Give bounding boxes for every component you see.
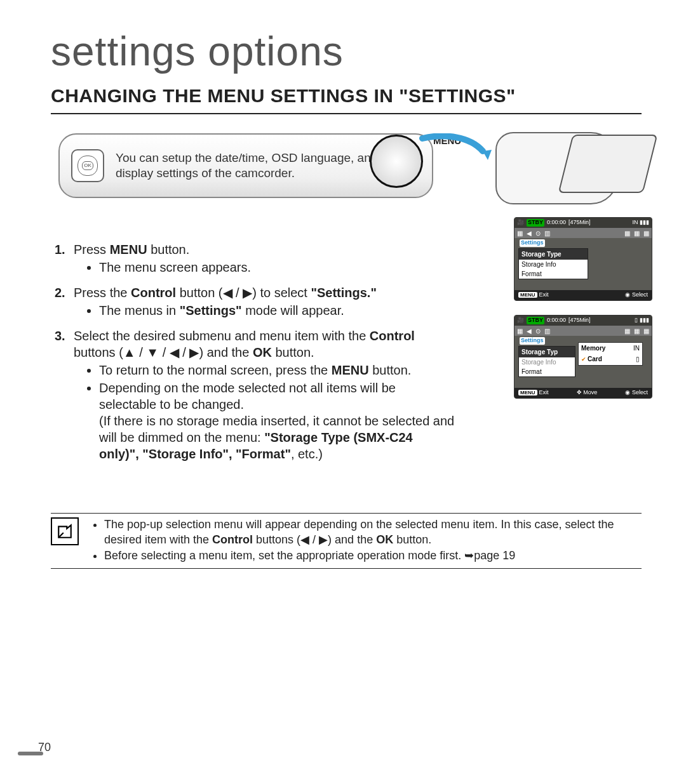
ok-label: OK [82, 161, 93, 170]
stby-badge: STBY [527, 219, 544, 227]
menu-item-format: Format [519, 367, 575, 376]
step-1: 1. Press MENU button. The menu screen ap… [55, 241, 455, 281]
menu-item-storage-info: Storage Info [519, 357, 575, 367]
step-bullet: The menus in "Settings" mode will appear… [99, 302, 455, 319]
page-number: 70 [38, 740, 51, 755]
step-bullet: To return to the normal screen, press th… [99, 362, 455, 378]
stby-badge: STBY [527, 317, 544, 324]
lcd-screenshot-1: 🎥 STBY 0:00:00 [475Min] IN ▮▮▮ ▦◀⊙▥▦▦▦ S… [514, 217, 652, 301]
step-number: 2. [55, 284, 74, 324]
settings-menu: Storage Typ Storage Info Format [518, 346, 575, 377]
remain-time: [475Min] [568, 219, 591, 227]
step-2: 2. Press the Control button (◀ / ▶) to s… [55, 284, 455, 324]
rec-time: 0:00:00 [547, 317, 566, 324]
intro-text: You can setup the date/time, OSD languag… [116, 150, 394, 182]
intro-region: OK You can setup the date/time, OSD lang… [51, 133, 642, 222]
popup-option-memory: MemoryIN [579, 343, 642, 354]
menu-button-label: MENU [433, 135, 461, 147]
remain-time: [475Min] [568, 317, 591, 324]
settings-tab: Settings [520, 239, 545, 247]
step-number: 1. [55, 241, 74, 281]
lcd-screenshot-2: 🎥 STBY 0:00:00 [475Min] ▯ ▮▮▮ ▦◀⊙▥▦▦▦ Se… [514, 315, 652, 399]
step-bullet: The menu screen appears. [99, 259, 455, 276]
rec-time: 0:00:00 [547, 219, 566, 227]
note-item: Before selecting a menu item, set the ap… [104, 548, 642, 563]
note-item: The pop-up selection menu will appear de… [104, 517, 642, 547]
note-box: The pop-up selection menu will appear de… [51, 513, 642, 569]
menu-item-storage-type: Storage Typ [519, 347, 575, 357]
settings-tab: Settings [520, 337, 545, 345]
storage-type-popup: MemoryIN Card▯ [578, 342, 643, 366]
menu-item-storage-info: Storage Info [519, 260, 588, 269]
popup-option-card: Card▯ [579, 354, 642, 365]
note-icon [51, 517, 79, 545]
settings-menu: Storage Type Storage Info Format [518, 248, 588, 279]
section-title: CHANGING THE MENU SETTINGS IN "SETTINGS" [51, 83, 642, 114]
page-title: settings options [51, 25, 642, 78]
menu-item-format: Format [519, 269, 588, 279]
camcorder-illustration [489, 127, 654, 216]
step-bullet: Depending on the mode selected not all i… [99, 380, 455, 462]
menu-item-storage-type: Storage Type [519, 249, 588, 260]
step-number: 3. [55, 328, 74, 467]
menu-button-illustration [370, 135, 423, 188]
ok-pad-icon: OK [71, 149, 104, 182]
screenshot-column: 🎥 STBY 0:00:00 [475Min] IN ▮▮▮ ▦◀⊙▥▦▦▦ S… [514, 217, 651, 413]
steps-list: 1. Press MENU button. The menu screen ap… [51, 241, 455, 467]
step-3: 3. Select the desired submenu and menu i… [55, 328, 455, 467]
